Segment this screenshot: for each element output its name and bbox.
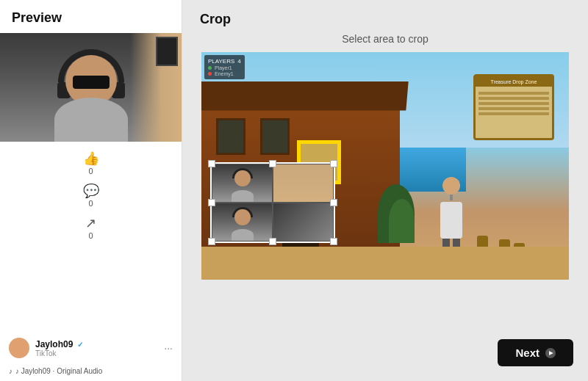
likes-count: 0 [88, 167, 93, 175]
comment-icon: 💬 [83, 183, 99, 199]
hud-row-2: Enemy1 [208, 71, 241, 76]
crop-preview-grid [212, 164, 334, 242]
game-screenshot: Treasure Drop Zone PLAYERS 4 Player1 [201, 52, 569, 280]
like-icon: 👍 [83, 150, 99, 167]
mini-webcam-tl [212, 164, 272, 202]
crop-cell-tl [212, 164, 273, 203]
hat [73, 76, 110, 89]
music-icon: ♪ [9, 367, 12, 375]
window-right [260, 118, 290, 155]
mini-head-tl [234, 170, 251, 186]
crop-cell-br [273, 203, 334, 242]
next-button[interactable]: Next ▶ [498, 339, 573, 366]
mini-head-bl [234, 209, 251, 225]
preview-title: Preview [0, 0, 182, 33]
room-preview [273, 164, 333, 202]
players-count: 4 [237, 58, 240, 65]
board-content [476, 87, 552, 120]
more-options-button[interactable]: ··· [164, 342, 173, 354]
board-line-1 [478, 92, 549, 95]
audio-text: ♪ Jayloh09 · Original Audio [15, 367, 102, 375]
window-left [216, 118, 245, 155]
crop-image-container[interactable]: Treasure Drop Zone PLAYERS 4 Player1 [201, 52, 569, 280]
crop-handle-tm[interactable] [269, 160, 276, 167]
board-line-3 [478, 102, 549, 105]
social-stats: 👍 0 💬 0 ↗ 0 [0, 142, 182, 249]
crop-instruction: Select area to crop [200, 33, 570, 45]
play-icon: ▶ [545, 348, 556, 358]
board-line-5 [478, 112, 549, 115]
players-label: PLAYERS [208, 58, 234, 65]
crop-cell-tr [273, 164, 334, 203]
char-head [442, 177, 460, 195]
hud-header: PLAYERS 4 [208, 58, 241, 65]
player1-name: Player1 [215, 65, 232, 70]
webcam-frame [0, 33, 182, 142]
building-roof [201, 81, 409, 110]
game-preview-br [273, 203, 333, 241]
crop-title: Crop [200, 12, 570, 27]
verified-badge: ✓ [77, 341, 83, 349]
username: Jayloh09 ✓ [35, 339, 83, 349]
crop-handle-mr[interactable] [330, 199, 337, 206]
player1-dot [208, 66, 212, 70]
board-line-2 [478, 97, 549, 100]
crop-handle-bl[interactable] [208, 238, 215, 245]
crop-handle-bm[interactable] [269, 238, 276, 245]
username-text: Jayloh09 [35, 339, 73, 349]
hud-row-1: Player1 [208, 65, 241, 70]
game-character [429, 177, 473, 250]
share-icon: ↗ [85, 215, 96, 231]
info-board: Treasure Drop Zone [473, 74, 554, 140]
poster [156, 37, 178, 66]
audio-info: ♪ ♪ Jayloh09 · Original Audio [0, 363, 182, 381]
ground [201, 247, 569, 280]
crop-handle-tl[interactable] [208, 160, 215, 167]
board-header: Treasure Drop Zone [476, 76, 552, 87]
username-area: Jayloh09 ✓ TikTok [35, 339, 83, 358]
comments-count: 0 [88, 199, 93, 208]
likes-stat: 👍 0 [83, 150, 99, 175]
players-hud: PLAYERS 4 Player1 Enemy1 [204, 55, 245, 79]
avatar [9, 338, 29, 358]
shares-stat: ↗ 0 [85, 215, 96, 240]
crop-handle-ml[interactable] [208, 199, 215, 206]
char-neck [450, 195, 453, 200]
enemy1-dot [208, 72, 212, 76]
crop-handle-tr[interactable] [330, 160, 337, 167]
crop-handle-br[interactable] [330, 238, 337, 245]
char-body [440, 202, 462, 239]
preview-panel: Preview 👍 0 💬 0 ↗ 0 [0, 0, 182, 381]
user-info: Jayloh09 ✓ TikTok ··· [0, 333, 182, 363]
mini-webcam-bl [212, 203, 272, 241]
next-label: Next [515, 346, 539, 359]
mini-body-tl [232, 190, 254, 202]
mini-body-bl [232, 229, 254, 241]
platform-text: TikTok [35, 349, 83, 358]
tree-2 [389, 199, 415, 243]
crop-panel: Crop Select area to crop [182, 0, 588, 381]
video-preview [0, 33, 182, 142]
enemy1-name: Enemy1 [215, 71, 234, 76]
shares-count: 0 [88, 231, 93, 240]
crop-cell-bl [212, 203, 273, 242]
crop-selection-box[interactable] [210, 162, 335, 243]
comments-stat: 💬 0 [83, 183, 99, 208]
person-body [54, 98, 128, 142]
board-line-4 [478, 107, 549, 110]
